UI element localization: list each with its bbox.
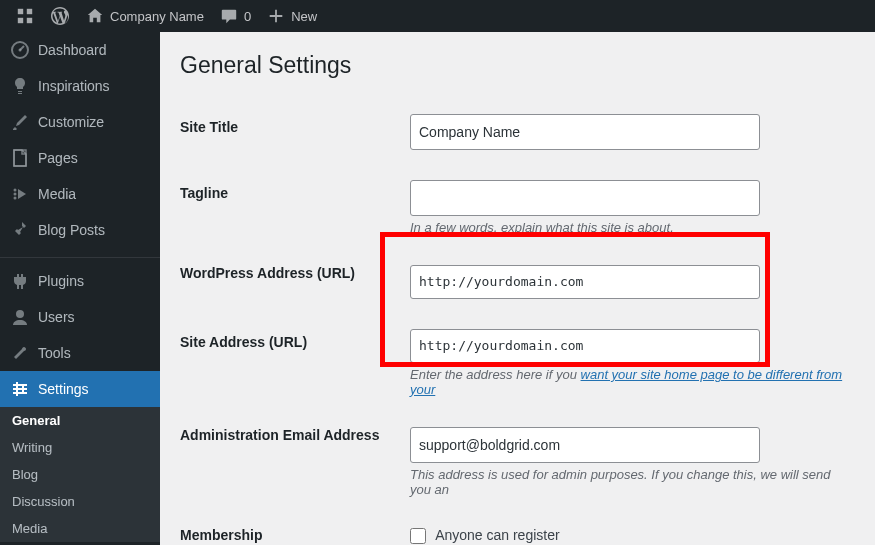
- settings-form: Site Title Tagline In a few words, expla…: [180, 99, 855, 545]
- admin-bar-grid[interactable]: [8, 0, 42, 32]
- menu-label: Users: [38, 309, 75, 325]
- brush-icon: [10, 112, 30, 132]
- menu-label: Settings: [38, 381, 89, 397]
- membership-checkbox-label: Anyone can register: [435, 527, 560, 543]
- menu-plugins[interactable]: Plugins: [0, 263, 160, 299]
- wpurl-label: WordPress Address (URL): [180, 250, 400, 314]
- svg-point-9: [14, 197, 17, 200]
- tools-icon: [10, 343, 30, 363]
- menu-users[interactable]: Users: [0, 299, 160, 335]
- svg-rect-15: [22, 386, 24, 392]
- admin-bar-wp-logo[interactable]: [42, 0, 78, 32]
- menu-tools[interactable]: Tools: [0, 335, 160, 371]
- comment-count: 0: [244, 9, 251, 24]
- menu-label: Blog Posts: [38, 222, 105, 238]
- svg-rect-1: [27, 9, 32, 14]
- lightbulb-icon: [10, 76, 30, 96]
- menu-dashboard[interactable]: Dashboard: [0, 32, 160, 68]
- svg-point-8: [14, 193, 17, 196]
- admin-email-description: This address is used for admin purposes.…: [410, 467, 845, 497]
- siteurl-description: Enter the address here if you want your …: [410, 367, 845, 397]
- settings-submenu: General Writing Blog Discussion Media: [0, 407, 160, 542]
- svg-point-7: [14, 189, 17, 192]
- menu-label: Tools: [38, 345, 71, 361]
- menu-label: Dashboard: [38, 42, 107, 58]
- admin-bar-site-name: Company Name: [110, 9, 204, 24]
- svg-rect-3: [27, 18, 32, 23]
- svg-rect-2: [18, 18, 23, 23]
- admin-bar-new[interactable]: New: [259, 0, 325, 32]
- menu-label: Pages: [38, 150, 78, 166]
- membership-checkbox[interactable]: [410, 528, 426, 544]
- siteurl-input[interactable]: [410, 329, 760, 363]
- submenu-media[interactable]: Media: [0, 515, 160, 542]
- menu-settings[interactable]: Settings: [0, 371, 160, 407]
- svg-rect-12: [13, 388, 27, 390]
- svg-rect-14: [16, 382, 18, 388]
- menu-label: Plugins: [38, 273, 84, 289]
- svg-point-5: [19, 49, 22, 52]
- plus-icon: [267, 7, 285, 25]
- new-label: New: [291, 9, 317, 24]
- tagline-input[interactable]: [410, 180, 760, 216]
- grid-icon: [16, 7, 34, 25]
- svg-point-10: [16, 310, 24, 318]
- menu-label: Customize: [38, 114, 104, 130]
- page-title: General Settings: [180, 52, 855, 79]
- menu-customize[interactable]: Customize: [0, 104, 160, 140]
- tagline-label: Tagline: [180, 165, 400, 250]
- wpurl-input[interactable]: [410, 265, 760, 299]
- menu-label: Media: [38, 186, 76, 202]
- menu-blog-posts[interactable]: Blog Posts: [0, 212, 160, 248]
- menu-inspirations[interactable]: Inspirations: [0, 68, 160, 104]
- submenu-blog[interactable]: Blog: [0, 461, 160, 488]
- menu-media[interactable]: Media: [0, 176, 160, 212]
- tagline-description: In a few words, explain what this site i…: [410, 220, 845, 235]
- submenu-discussion[interactable]: Discussion: [0, 488, 160, 515]
- comment-icon: [220, 7, 238, 25]
- content-area: General Settings Site Title Tagline In a…: [160, 32, 875, 545]
- svg-rect-13: [13, 392, 27, 394]
- site-title-input[interactable]: [410, 114, 760, 150]
- submenu-writing[interactable]: Writing: [0, 434, 160, 461]
- dashboard-icon: [10, 40, 30, 60]
- admin-email-label: Administration Email Address: [180, 412, 400, 512]
- admin-bar-comments[interactable]: 0: [212, 0, 259, 32]
- plugin-icon: [10, 271, 30, 291]
- menu-pages[interactable]: Pages: [0, 140, 160, 176]
- settings-icon: [10, 379, 30, 399]
- home-icon: [86, 7, 104, 25]
- membership-label: Membership: [180, 512, 400, 545]
- admin-bar: Company Name 0 New: [0, 0, 875, 32]
- users-icon: [10, 307, 30, 327]
- menu-separator: [0, 253, 160, 258]
- pages-icon: [10, 148, 30, 168]
- siteurl-label: Site Address (URL): [180, 314, 400, 412]
- svg-rect-0: [18, 9, 23, 14]
- menu-label: Inspirations: [38, 78, 110, 94]
- admin-email-input[interactable]: [410, 427, 760, 463]
- svg-rect-11: [13, 384, 27, 386]
- admin-sidebar: Dashboard Inspirations Customize Pages M…: [0, 32, 160, 545]
- membership-option[interactable]: Anyone can register: [410, 527, 560, 543]
- media-icon: [10, 184, 30, 204]
- wordpress-icon: [50, 6, 70, 26]
- pin-icon: [10, 220, 30, 240]
- svg-rect-16: [16, 390, 18, 396]
- admin-bar-site[interactable]: Company Name: [78, 0, 212, 32]
- submenu-general[interactable]: General: [0, 407, 160, 434]
- site-title-label: Site Title: [180, 99, 400, 165]
